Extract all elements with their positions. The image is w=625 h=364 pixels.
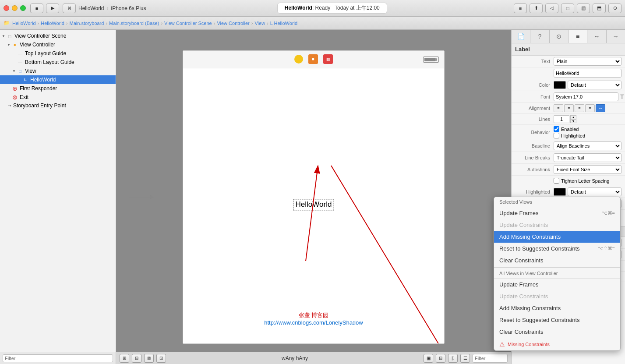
close-button[interactable]: [4, 5, 9, 11]
tree-item-view[interactable]: ▼ □ View: [0, 67, 116, 75]
dropdown2-update-constraints[interactable]: Update Constraints: [494, 290, 620, 302]
center-canvas[interactable]: ■ ▦ HelloWorld 张董 博客园 http://www.cnblogs…: [116, 30, 511, 364]
prop-lines-row: Lines ▲ ▼: [512, 114, 625, 125]
lines-input[interactable]: [554, 115, 569, 123]
lines-down-btn[interactable]: ▼: [570, 119, 576, 123]
reset2-suggested-label: Reset to Suggested Constraints: [499, 317, 580, 323]
prop-text-content-row: [512, 67, 625, 79]
prop-baseline-row: Baseline Align Baselines: [512, 140, 625, 152]
missing-constraints-icon: ⚠: [499, 341, 505, 348]
nav-icon[interactable]: ≡: [514, 4, 527, 13]
align-natural-btn[interactable]: ···: [596, 104, 605, 112]
breadcrumb-icon: 📁: [4, 20, 10, 26]
back-icon[interactable]: ◁: [545, 4, 558, 13]
tab-connections[interactable]: →: [607, 30, 625, 43]
minimize-button[interactable]: [12, 5, 18, 11]
bc-7[interactable]: L HelloWorld: [270, 21, 297, 26]
bounds-icon[interactable]: ⊠: [144, 354, 154, 363]
layout-btn-4[interactable]: ☰: [460, 354, 470, 363]
phone-btn-1: [294, 55, 303, 64]
tree-item-scene[interactable]: ▼ ◻ View Controller Scene: [0, 32, 116, 40]
behavior-highlighted-check[interactable]: [554, 133, 559, 138]
tab-size[interactable]: ↔: [587, 30, 606, 43]
lines-up-btn[interactable]: ▲: [570, 115, 576, 119]
tab-file[interactable]: 📄: [512, 30, 530, 43]
layout-btn-3[interactable]: |⃞: [448, 354, 458, 363]
tree-item-helloworld[interactable]: L HelloWorld: [0, 75, 116, 84]
tree-item-first-responder[interactable]: ⊕ First Responder: [0, 84, 116, 93]
bc-3[interactable]: Main.storyboard (Base): [109, 21, 159, 26]
phone-btn-3: ▦: [323, 54, 333, 64]
color-select[interactable]: Default: [568, 81, 621, 89]
align-center-btn[interactable]: ≡: [564, 104, 574, 112]
tab-quick[interactable]: ?: [530, 30, 549, 43]
dropdown-clear-constraints[interactable]: Clear Constraints: [494, 254, 620, 266]
tree-item-entry-point[interactable]: → Storyboard Entry Point: [0, 102, 116, 110]
scene-icon: ◻: [6, 32, 13, 39]
autoshrink-select[interactable]: Fixed Font Size: [554, 165, 621, 174]
behavior-enabled-check[interactable]: [554, 126, 559, 132]
dropdown-update-constraints[interactable]: Update Constraints: [494, 219, 620, 231]
color-swatch[interactable]: [554, 81, 566, 89]
highlighted-label: Highlighted: [515, 189, 550, 194]
dropdown2-add-missing[interactable]: Add Missing Constraints: [494, 302, 620, 314]
bc-4[interactable]: View Controller Scene: [164, 21, 212, 26]
prop-behavior-row: Behavior Enabled Highlighted: [512, 125, 625, 140]
titlebar: ■ ▶ ⌘ HelloWorld › iPhone 6s Plus HelloW…: [0, 0, 625, 17]
baseline-select[interactable]: Align Baselines: [554, 141, 621, 150]
dropdown2-reset-suggested[interactable]: Reset to Suggested Constraints: [494, 314, 620, 326]
panel-icon[interactable]: ▧: [577, 4, 590, 13]
tighten-check[interactable]: [554, 178, 559, 184]
phone-frame: ■ ▦ HelloWorld 张董 博客园 http://www.cnblogs…: [183, 50, 445, 344]
dropdown2-update-frames[interactable]: Update Frames: [494, 279, 620, 290]
more-icon[interactable]: ⊙: [608, 4, 621, 13]
bc-0[interactable]: HelloWorld: [12, 21, 36, 26]
device-name: iPhone 6s Plus: [111, 5, 146, 11]
stop-button[interactable]: ■: [30, 4, 43, 13]
snap-icon[interactable]: ⊟: [132, 354, 141, 363]
dropdown-reset-suggested[interactable]: Reset to Suggested Constraints ⌥⇧⌘=: [494, 243, 620, 254]
maximize-button[interactable]: [20, 5, 26, 11]
baseline-value: Align Baselines: [554, 141, 621, 150]
share-icon[interactable]: ⬆: [530, 4, 543, 13]
layout-btn-1[interactable]: ▣: [424, 354, 433, 363]
text-select[interactable]: Plain: [554, 57, 621, 66]
grid-icon[interactable]: ⊞: [120, 354, 129, 363]
hello-label: HelloWorld: [293, 199, 334, 210]
tree-item-vc[interactable]: ▼ ● View Controller: [0, 40, 116, 49]
run-button[interactable]: ▶: [46, 4, 59, 13]
dropdown-add-missing[interactable]: Add Missing Constraints: [494, 231, 620, 243]
bc-2[interactable]: Main.storyboard: [70, 21, 104, 26]
dropdown-update-frames[interactable]: Update Frames ⌥⌘=: [494, 207, 620, 219]
first-responder-icon: ⊕: [11, 85, 18, 92]
debug-icon[interactable]: ⬒: [593, 4, 606, 13]
dropdown2-clear-constraints[interactable]: Clear Constraints: [494, 326, 620, 338]
text-content-input[interactable]: [554, 69, 621, 78]
align-left-btn[interactable]: ≡: [554, 104, 563, 112]
bc-1[interactable]: HelloWorld: [41, 21, 64, 26]
bc-6[interactable]: View: [254, 21, 265, 26]
text-label: Text: [515, 59, 550, 64]
expand-icon-vc: ▼: [7, 43, 11, 47]
filter-canvas-input[interactable]: [473, 354, 508, 363]
filter-input[interactable]: [3, 354, 113, 362]
font-input[interactable]: System 17.0: [554, 92, 618, 101]
highlighted-select[interactable]: Default: [568, 187, 621, 196]
dropdown-menu[interactable]: Selected Views Update Frames ⌥⌘= Update …: [494, 197, 621, 351]
tree-item-bot-guide[interactable]: — Bottom Layout Guide: [0, 58, 116, 67]
align-justify-btn[interactable]: ≡: [585, 104, 595, 112]
align-right-btn[interactable]: ≡: [575, 104, 584, 112]
tab-identity[interactable]: ⊙: [550, 30, 569, 43]
layout-icon[interactable]: □: [561, 4, 574, 13]
tree-item-top-guide[interactable]: — Top Layout Guide: [0, 49, 116, 58]
linebreaks-label: Line Breaks: [515, 155, 550, 160]
linebreaks-select[interactable]: Truncate Tail: [554, 153, 621, 162]
constraint-icon[interactable]: ⊡: [156, 354, 166, 363]
highlighted-swatch[interactable]: [554, 188, 566, 196]
bc-5[interactable]: View Controller: [217, 21, 249, 26]
tree-item-exit[interactable]: ⊗ Exit: [0, 93, 116, 102]
layout-btn-2[interactable]: ⊟: [436, 354, 445, 363]
phone-header: ■ ▦: [183, 51, 444, 68]
font-plus-icon[interactable]: T: [620, 93, 624, 100]
tab-attributes[interactable]: ≡: [569, 30, 587, 43]
